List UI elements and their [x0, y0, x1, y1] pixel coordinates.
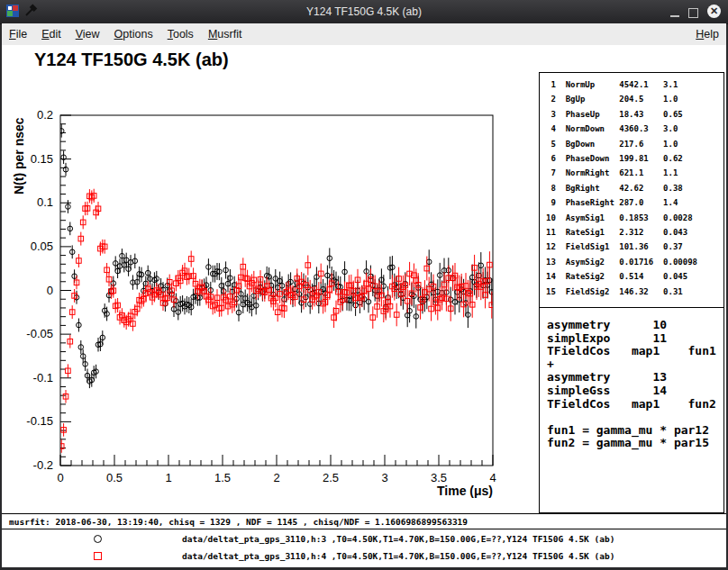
window-title: Y124 TF150G 4.5K (ab) — [0, 5, 728, 18]
menu-item-help[interactable]: Help — [688, 24, 726, 44]
param-row: 13 AsymSig2 0.01716 0.00098 — [546, 255, 723, 269]
theory-line: TFieldCos map1 fun2 — [547, 398, 723, 412]
param-row: 9 PhaseRight 287.0 1.4 — [546, 195, 723, 210]
menu-item-tools[interactable]: Tools — [160, 24, 201, 44]
legend-item: data/deltat_pta_gps_3110,h:3 ,T0=4.50K,T… — [2, 531, 726, 547]
canvas-area: Y124 TF150G 4.5K (ab) 00.511.522.533.54-… — [2, 45, 726, 567]
theory-function-panel: asymmetry 10simplExpo 11TFieldCos map1 f… — [539, 308, 724, 513]
tick-label: -0.15 — [26, 414, 53, 428]
theory-line: fun1 = gamma_mu * par12 — [547, 424, 723, 438]
maximize-icon[interactable] — [688, 8, 698, 18]
tick-label: 1 — [165, 471, 171, 484]
param-row: 2 BgUp 204.5 1.0 — [546, 92, 723, 106]
legend: data/deltat_pta_gps_3110,h:3 ,T0=4.50K,T… — [2, 531, 726, 564]
series-circle — [59, 124, 494, 388]
theory-line: asymmetry 10 — [547, 319, 723, 332]
theory-line: asymmetry 13 — [547, 371, 723, 385]
theory-line: simplExpo 11 — [547, 332, 723, 346]
param-row: 8 BgRight 42.62 0.38 — [546, 181, 723, 195]
theory-line: fun2 = gamma_mu * par15 — [547, 437, 723, 450]
titlebar[interactable]: Y124 TF150G 4.5K (ab) ✕ — [0, 0, 728, 24]
plot-canvas[interactable]: 00.511.522.533.54-0.2-0.15-0.1-0.0500.05… — [2, 81, 539, 508]
param-row: 1 NormUp 4542.1 3.1 — [546, 77, 723, 92]
param-row: 12 FieldSig1 101.36 0.37 — [546, 240, 723, 254]
square-marker-icon — [94, 552, 102, 560]
circle-marker-icon — [94, 535, 102, 543]
param-row: 5 BgDown 217.6 1.0 — [546, 137, 723, 151]
fit-status-line: musrfit: 2018-06-30, 13:19:40, chisq = 1… — [2, 514, 726, 529]
x-axis-title: Time (μs) — [437, 484, 493, 498]
menu-item-options[interactable]: Options — [107, 24, 160, 44]
menu-item-musrfit[interactable]: Musrfit — [201, 24, 250, 44]
fit-parameters-panel: 1 NormUp 4542.1 3.1 2 BgUp 204.5 1.0 3 P… — [539, 72, 724, 308]
param-row: 10 AsymSig1 0.1853 0.0028 — [546, 211, 723, 225]
param-row: 6 PhaseDown 199.81 0.62 — [546, 151, 723, 166]
theory-line — [547, 411, 723, 424]
tick-label: -0.05 — [26, 327, 53, 340]
tick-label: 1.5 — [214, 471, 231, 484]
tick-label: 0.05 — [31, 240, 53, 253]
tick-label: 0.15 — [31, 152, 53, 166]
data-points-layer — [59, 124, 494, 453]
plot-frame — [60, 115, 493, 466]
minimize-icon[interactable] — [670, 15, 679, 17]
param-row: 11 RateSig1 2.312 0.043 — [546, 225, 723, 240]
tick-label: 0.5 — [106, 471, 123, 484]
menu-item-view[interactable]: View — [68, 24, 107, 44]
theory-line: + — [547, 358, 723, 372]
menubar: FileEditViewOptionsToolsMusrfitHelp — [2, 23, 726, 46]
legend-item: data/deltat_pta_gps_3110,h:4 ,T0=4.50K,T… — [2, 548, 726, 564]
menu-item-edit[interactable]: Edit — [34, 24, 68, 44]
app-window: Y124 TF150G 4.5K (ab) ✕ FileEditViewOpti… — [0, 0, 728, 570]
param-row: 7 NormRight 621.1 1.1 — [546, 166, 723, 180]
tick-label: 2.5 — [323, 471, 339, 484]
axis-ticks — [60, 115, 493, 466]
axis-tick-labels: 00.511.522.533.54-0.2-0.15-0.1-0.0500.05… — [26, 108, 496, 484]
param-row: 3 PhaseUp 18.43 0.65 — [546, 107, 723, 122]
tick-label: 0 — [57, 471, 63, 484]
close-icon[interactable]: ✕ — [707, 5, 721, 18]
legend-label: data/deltat_pta_gps_3110,h:3 ,T0=4.50K,T… — [182, 534, 614, 544]
legend-label: data/deltat_pta_gps_3110,h:4 ,T0=4.50K,T… — [182, 551, 614, 561]
tick-label: -0.1 — [33, 371, 53, 385]
theory-line: simpleGss 14 — [547, 385, 723, 398]
tick-label: 4 — [489, 471, 496, 484]
tick-label: 0.2 — [37, 108, 53, 122]
tick-label: -0.2 — [33, 458, 53, 472]
plot-title: Y124 TF150G 4.5K (ab) — [34, 50, 229, 70]
tick-label: 2 — [273, 471, 279, 484]
info-pane: musrfit: 2018-06-30, 13:19:40, chisq = 1… — [2, 513, 726, 567]
param-row: 4 NormDown 4360.3 3.0 — [546, 122, 723, 136]
param-row: 15 FieldSig2 146.32 0.31 — [546, 285, 723, 299]
y-axis-title: N(t) per nsec — [12, 117, 26, 195]
param-row: 14 RateSig2 0.514 0.045 — [546, 269, 723, 284]
series-square — [59, 189, 494, 453]
tick-label: 3.5 — [431, 471, 447, 484]
tick-label: 3 — [381, 471, 387, 484]
tick-label: 0 — [47, 284, 53, 297]
theory-line: TFieldCos map1 fun1 — [547, 345, 723, 358]
tick-label: 0.1 — [37, 195, 53, 209]
menu-item-file[interactable]: File — [2, 24, 34, 44]
